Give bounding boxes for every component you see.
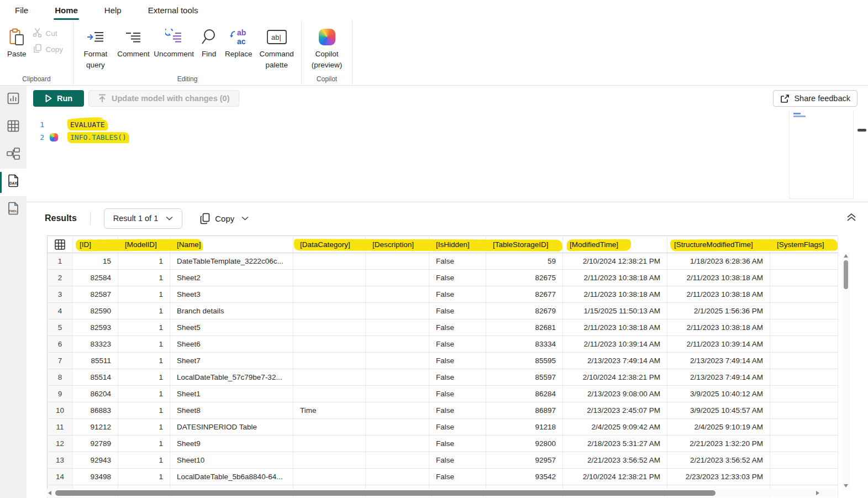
cell[interactable] <box>293 303 366 319</box>
cell[interactable] <box>770 319 838 336</box>
row-number[interactable]: 14 <box>48 469 73 485</box>
column-header[interactable]: [IsHidden] <box>429 236 486 253</box>
table-row[interactable]: 13929431Sheet10False929572/21/2023 3:56:… <box>48 452 838 469</box>
row-number[interactable]: 13 <box>48 452 73 469</box>
copilot-button[interactable]: Copilot (preview) <box>307 22 347 71</box>
results-table[interactable]: [ID][ModelID][Name][DataCategory][Descri… <box>47 235 838 498</box>
cell[interactable] <box>770 436 838 452</box>
column-header[interactable]: [TableStorageID] <box>486 236 563 253</box>
comment-button[interactable]: Comment <box>115 22 151 61</box>
cell[interactable]: DATESINPERIOD Table <box>170 419 293 436</box>
cell[interactable]: 82584 <box>73 270 118 286</box>
cell[interactable]: 93542 <box>486 469 563 485</box>
menu-external-tools[interactable]: External tools <box>147 2 199 18</box>
cell[interactable]: Time <box>293 402 366 419</box>
table-row[interactable]: 8855141LocalDateTable_57c79be7-32...Fals… <box>48 369 838 386</box>
table-row[interactable]: 10868831Sheet8TimeFalse868972/13/2023 2:… <box>48 402 838 419</box>
cell[interactable]: 1 <box>118 319 170 336</box>
cell[interactable] <box>366 419 429 436</box>
share-feedback-button[interactable]: Share feedback <box>773 90 858 107</box>
cell[interactable]: 2/13/2023 7:49:14 AM <box>667 369 770 386</box>
cell[interactable] <box>770 402 838 419</box>
table-row[interactable]: 4825901Branch detailsFalse826791/15/2025… <box>48 303 838 319</box>
cell[interactable] <box>293 369 366 386</box>
column-header[interactable]: [SystemFlags] <box>770 236 838 253</box>
cell[interactable] <box>366 303 429 319</box>
cell[interactable] <box>293 386 366 402</box>
cell[interactable] <box>366 402 429 419</box>
row-number[interactable]: 8 <box>48 369 73 386</box>
cell[interactable]: 82675 <box>486 270 563 286</box>
cell[interactable]: 85514 <box>73 369 118 386</box>
table-row[interactable]: 9862041Sheet1False862842/13/2023 9:08:00… <box>48 386 838 402</box>
cell[interactable] <box>366 436 429 452</box>
cell[interactable]: False <box>429 253 486 270</box>
cell[interactable] <box>366 369 429 386</box>
menu-help[interactable]: Help <box>103 2 123 18</box>
cell[interactable] <box>366 286 429 303</box>
cell[interactable]: 82679 <box>486 303 563 319</box>
cell[interactable]: 1 <box>118 286 170 303</box>
cell[interactable]: Sheet2 <box>170 270 293 286</box>
code-line-2[interactable]: 2 INFO.TABLES() <box>27 131 129 143</box>
table-row[interactable]: 14934981LocalDateTable_5b6a8840-64...Fal… <box>48 469 838 485</box>
cell[interactable]: 86897 <box>486 402 563 419</box>
menu-file[interactable]: File <box>14 2 29 18</box>
copy-results-button[interactable]: Copy <box>200 213 249 224</box>
cell[interactable]: 2/11/2023 10:38:18 AM <box>563 270 667 286</box>
cell[interactable]: 2/11/2023 10:38:18 AM <box>563 319 667 336</box>
cell[interactable]: 2/11/2023 10:38:18 AM <box>563 286 667 303</box>
table-row[interactable]: 6833231Sheet6False833342/11/2023 10:39:1… <box>48 336 838 353</box>
cell[interactable]: 59 <box>486 253 563 270</box>
row-number[interactable]: 10 <box>48 402 73 419</box>
cell[interactable]: 1 <box>118 419 170 436</box>
table-row[interactable]: 11912121DATESINPERIOD TableFalse912182/4… <box>48 419 838 436</box>
cell[interactable]: 2/23/2023 12:33:03 PM <box>667 469 770 485</box>
table-header-row[interactable]: [ID][ModelID][Name][DataCategory][Descri… <box>48 236 838 253</box>
cell[interactable] <box>770 469 838 485</box>
cell[interactable]: 2/10/2024 12:38:21 PM <box>563 253 667 270</box>
cell[interactable]: 2/11/2023 10:38:18 AM <box>667 319 770 336</box>
editor-minimap[interactable] <box>789 111 854 199</box>
cell[interactable]: 2/10/2024 12:38:21 PM <box>563 369 667 386</box>
cell[interactable]: Sheet5 <box>170 319 293 336</box>
cell[interactable]: LocalDateTable_57c79be7-32... <box>170 369 293 386</box>
cell[interactable]: 92957 <box>486 452 563 469</box>
cell[interactable]: Sheet6 <box>170 336 293 353</box>
cell[interactable] <box>293 270 366 286</box>
row-number[interactable]: 1 <box>48 253 73 270</box>
scroll-down-arrow[interactable] <box>844 484 848 487</box>
update-model-button[interactable]: Update model with changes (0) <box>88 90 239 107</box>
cell[interactable] <box>293 469 366 485</box>
result-selector-dropdown[interactable]: Result 1 of 1 <box>104 208 182 229</box>
cell[interactable]: 2/18/2023 5:31:27 AM <box>563 436 667 452</box>
table-row[interactable]: 12927891Sheet9False928002/18/2023 5:31:2… <box>48 436 838 452</box>
column-header[interactable]: [Name] <box>170 236 293 253</box>
cell[interactable]: DateTableTemplate_3222c06c... <box>170 253 293 270</box>
row-number[interactable]: 3 <box>48 286 73 303</box>
scroll-right-arrow[interactable] <box>816 491 819 495</box>
cell[interactable]: 1/15/2025 11:50:13 AM <box>563 303 667 319</box>
row-number[interactable]: 2 <box>48 270 73 286</box>
cell[interactable]: 1 <box>118 253 170 270</box>
cell[interactable] <box>293 436 366 452</box>
cell[interactable]: 83323 <box>73 336 118 353</box>
cell[interactable]: False <box>429 369 486 386</box>
table-row[interactable]: 2825841Sheet2False826752/11/2023 10:38:1… <box>48 270 838 286</box>
table-row[interactable]: 3825871Sheet3False826772/11/2023 10:38:1… <box>48 286 838 303</box>
paste-button[interactable]: Paste <box>3 22 30 61</box>
cell[interactable] <box>770 303 838 319</box>
format-query-button[interactable]: Format query <box>77 22 114 71</box>
cell[interactable]: 85511 <box>73 353 118 369</box>
cell[interactable]: False <box>429 436 486 452</box>
cell[interactable]: 91212 <box>73 419 118 436</box>
cell[interactable]: 1 <box>118 270 170 286</box>
cut-button[interactable]: Cut <box>33 28 64 39</box>
cell[interactable]: Sheet8 <box>170 402 293 419</box>
cell[interactable]: Sheet9 <box>170 436 293 452</box>
sidebar-item-tmdl-view[interactable]: TMDL <box>0 196 27 224</box>
cell[interactable] <box>770 270 838 286</box>
cell[interactable]: 1 <box>118 303 170 319</box>
table-row[interactable]: 7855111Sheet7False855952/13/2023 7:49:14… <box>48 353 838 369</box>
cell[interactable] <box>293 353 366 369</box>
